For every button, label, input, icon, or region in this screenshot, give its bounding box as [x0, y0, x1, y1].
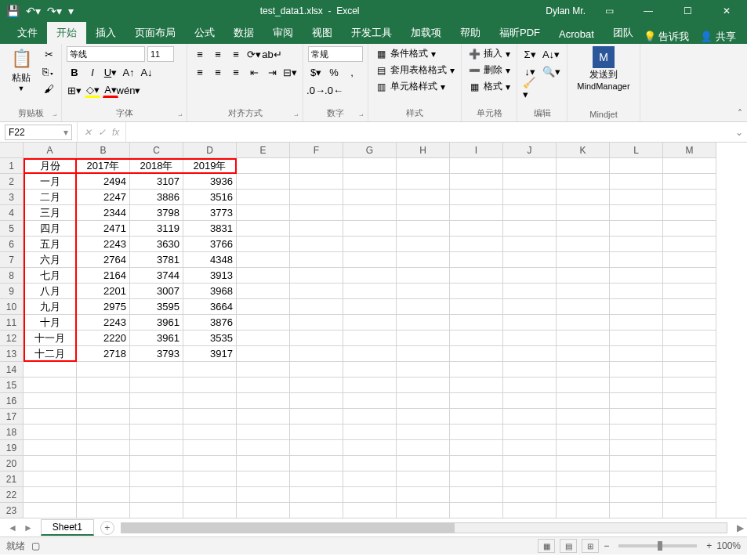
- cell[interactable]: [237, 174, 290, 190]
- cell[interactable]: 3961: [130, 331, 183, 346]
- save-icon[interactable]: 💾: [6, 5, 20, 17]
- cell[interactable]: 六月: [24, 252, 77, 268]
- cell[interactable]: [557, 425, 610, 440]
- cell[interactable]: [450, 409, 503, 425]
- cell[interactable]: [503, 221, 557, 237]
- cell[interactable]: [610, 346, 663, 362]
- cell[interactable]: [503, 503, 557, 518]
- cell[interactable]: [343, 158, 397, 174]
- cell[interactable]: [397, 331, 450, 346]
- cell[interactable]: [290, 284, 343, 299]
- cell[interactable]: [290, 158, 343, 174]
- cell[interactable]: [610, 503, 663, 518]
- cell[interactable]: [663, 315, 716, 331]
- expand-formula-bar-icon[interactable]: ⌄: [731, 127, 747, 138]
- row-header[interactable]: 8: [0, 268, 24, 284]
- cell[interactable]: [77, 471, 130, 487]
- tab-insert[interactable]: 插入: [86, 22, 125, 44]
- cell[interactable]: 3773: [183, 205, 237, 221]
- number-format-combo[interactable]: [308, 46, 363, 62]
- column-header[interactable]: D: [183, 143, 237, 158]
- cell[interactable]: [130, 425, 183, 440]
- cell[interactable]: [237, 158, 290, 174]
- cell[interactable]: 2243: [77, 237, 130, 252]
- tab-help[interactable]: 帮助: [451, 22, 490, 44]
- cell[interactable]: [663, 205, 716, 221]
- cell[interactable]: [290, 456, 343, 471]
- cell[interactable]: 十二月: [24, 346, 77, 362]
- clear-icon[interactable]: 🧹▾: [522, 81, 538, 96]
- add-sheet-button[interactable]: +: [100, 521, 114, 535]
- cell[interactable]: [663, 299, 716, 315]
- tab-file[interactable]: 文件: [8, 22, 47, 44]
- cell[interactable]: [290, 362, 343, 378]
- cell[interactable]: [343, 221, 397, 237]
- cell[interactable]: [343, 440, 397, 456]
- cell[interactable]: [290, 425, 343, 440]
- cell[interactable]: [503, 456, 557, 471]
- cell[interactable]: [237, 487, 290, 503]
- redo-icon[interactable]: ↷▾: [47, 5, 62, 17]
- cell[interactable]: 3744: [130, 268, 183, 284]
- cell[interactable]: [503, 393, 557, 409]
- tab-foxit-pdf[interactable]: 福昕PDF: [490, 22, 549, 44]
- cell[interactable]: [557, 409, 610, 425]
- cell[interactable]: [663, 503, 716, 518]
- cell[interactable]: 2344: [77, 205, 130, 221]
- tab-review[interactable]: 审阅: [263, 22, 303, 44]
- cell[interactable]: [290, 346, 343, 362]
- cell[interactable]: [77, 503, 130, 518]
- cell[interactable]: 四月: [24, 221, 77, 237]
- cell[interactable]: [663, 440, 716, 456]
- cell[interactable]: [290, 440, 343, 456]
- cell[interactable]: 2017年: [77, 158, 130, 174]
- cell[interactable]: [397, 299, 450, 315]
- cell[interactable]: [237, 315, 290, 331]
- italic-button[interactable]: I: [85, 64, 100, 80]
- cancel-formula-icon[interactable]: ✕: [84, 127, 92, 138]
- cell[interactable]: [24, 425, 77, 440]
- cell[interactable]: [450, 487, 503, 503]
- sheet-tab[interactable]: Sheet1: [41, 519, 94, 536]
- cells-area[interactable]: 月份2017年2018年2019年一月249431073936二月2247388…: [24, 158, 716, 518]
- cell[interactable]: 十一月: [24, 331, 77, 346]
- cell[interactable]: 一月: [24, 174, 77, 190]
- cell[interactable]: [610, 315, 663, 331]
- cell[interactable]: [610, 378, 663, 393]
- cell[interactable]: [237, 221, 290, 237]
- cell[interactable]: 2975: [77, 299, 130, 315]
- row-header[interactable]: 15: [0, 378, 24, 393]
- cell[interactable]: [557, 221, 610, 237]
- cell[interactable]: 2164: [77, 268, 130, 284]
- cell[interactable]: [343, 393, 397, 409]
- cell[interactable]: [77, 409, 130, 425]
- cell[interactable]: [237, 237, 290, 252]
- cell[interactable]: [290, 331, 343, 346]
- cell[interactable]: [77, 362, 130, 378]
- cell[interactable]: [610, 299, 663, 315]
- column-header[interactable]: M: [663, 143, 716, 158]
- cell[interactable]: [397, 221, 450, 237]
- percent-icon[interactable]: %: [326, 64, 342, 80]
- cell[interactable]: [343, 346, 397, 362]
- cell[interactable]: [663, 252, 716, 268]
- row-header[interactable]: 11: [0, 315, 24, 331]
- cell[interactable]: [130, 409, 183, 425]
- cell[interactable]: 2018年: [130, 158, 183, 174]
- scroll-right-icon[interactable]: ▶: [734, 522, 747, 533]
- cell[interactable]: [24, 456, 77, 471]
- cell[interactable]: [397, 346, 450, 362]
- align-middle-icon[interactable]: ≡: [210, 46, 226, 62]
- cell[interactable]: [503, 158, 557, 174]
- cell[interactable]: [343, 268, 397, 284]
- row-header[interactable]: 10: [0, 299, 24, 315]
- align-bottom-icon[interactable]: ≡: [228, 46, 244, 62]
- cell[interactable]: [557, 487, 610, 503]
- formula-input[interactable]: [126, 125, 731, 140]
- cell[interactable]: [610, 252, 663, 268]
- cell[interactable]: [503, 346, 557, 362]
- tell-me[interactable]: 💡 告诉我: [644, 30, 690, 44]
- zoom-slider[interactable]: [618, 544, 697, 547]
- align-top-icon[interactable]: ≡: [192, 46, 208, 62]
- font-size-combo[interactable]: [147, 46, 174, 62]
